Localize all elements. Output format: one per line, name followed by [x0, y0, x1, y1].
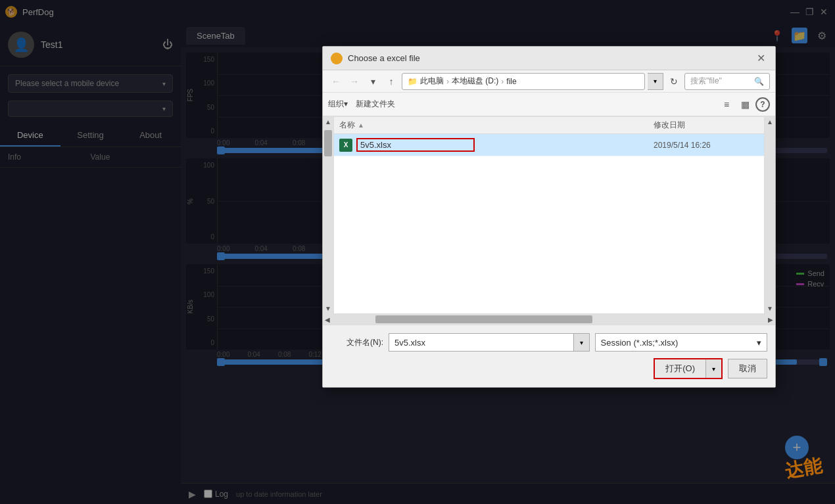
breadcrumb-folder-icon: 📁	[408, 77, 418, 86]
h-scroll-right[interactable]: ▶	[766, 316, 775, 323]
help-button[interactable]: ?	[755, 97, 770, 112]
refresh-button[interactable]: ↻	[666, 74, 682, 89]
excel-icon: X	[339, 139, 352, 152]
breadcrumb-file: file	[506, 77, 516, 86]
h-scroll-left[interactable]: ◀	[323, 316, 332, 323]
right-scroll-track[interactable]	[765, 127, 775, 303]
file-row[interactable]: X 2019/5/14 16:26	[334, 134, 764, 156]
dialog-nav: ← → ▾ ↑ 📁 此电脑 › 本地磁盘 (D:) › file ▾ ↻ 搜索"…	[323, 70, 775, 93]
file-list-header: 名称 ▲ 修改日期	[334, 117, 764, 134]
open-dropdown-button[interactable]: ▾	[705, 359, 721, 378]
filename-label: 文件名(N):	[331, 337, 383, 348]
grid-view-icon[interactable]: ▦	[737, 97, 753, 112]
col-date-header: 修改日期	[654, 120, 759, 131]
left-scrollbar[interactable]: ▲ ▼	[323, 116, 333, 314]
h-scroll-thumb[interactable]	[375, 315, 592, 323]
col-name-label: 名称	[339, 120, 355, 131]
nav-back-button[interactable]: ←	[328, 74, 344, 89]
file-name-input[interactable]	[356, 138, 475, 152]
breadcrumb-sep-2: ›	[501, 77, 504, 86]
scroll-up-arrow[interactable]: ▲	[323, 116, 333, 127]
view-buttons: ≡︎ ▦ ?	[719, 97, 770, 112]
list-view-icon[interactable]: ≡︎	[719, 97, 734, 112]
filetype-select[interactable]: Session (*.xls;*.xlsx) ▾	[595, 333, 767, 352]
new-folder-button[interactable]: 新建文件夹	[356, 99, 395, 110]
breadcrumb-dropdown-button[interactable]: ▾	[648, 73, 663, 90]
dialog-close-button[interactable]: ✕	[754, 52, 767, 65]
right-scroll-down[interactable]: ▼	[765, 303, 775, 314]
nav-up-button[interactable]: ↑	[383, 74, 399, 89]
file-name-cell	[356, 138, 654, 152]
excel-file-icon: X	[339, 139, 352, 152]
filename-dropdown-button[interactable]: ▾	[574, 333, 590, 352]
col-name-header: 名称 ▲	[339, 120, 654, 131]
breadcrumb-pc: 此电脑	[420, 76, 444, 87]
search-placeholder: 搜索"file"	[690, 76, 722, 87]
filename-row: 文件名(N): ▾ Session (*.xls;*.xlsx) ▾	[331, 333, 767, 352]
right-scrollbar[interactable]: ▲ ▼	[765, 116, 775, 314]
dialog-bottom: 文件名(N): ▾ Session (*.xls;*.xlsx) ▾ 打开(O)…	[323, 325, 775, 387]
breadcrumb: 📁 此电脑 › 本地磁盘 (D:) › file	[402, 73, 645, 90]
dialog-toolbar: 组织▾ 新建文件夹 ≡︎ ▦ ?	[323, 93, 775, 116]
breadcrumb-disk: 本地磁盘 (D:)	[452, 76, 498, 87]
search-icon: 🔍	[754, 77, 764, 86]
open-button[interactable]: 打开(O)	[655, 359, 705, 378]
dialog-logo-icon	[331, 53, 343, 64]
scroll-track[interactable]	[323, 127, 333, 303]
file-dialog: Choose a excel file ✕ ← → ▾ ↑ 📁 此电脑 › 本地…	[322, 46, 776, 388]
dialog-title-left: Choose a excel file	[331, 53, 420, 64]
filename-input-wrapper: ▾	[389, 333, 590, 352]
scroll-down-arrow[interactable]: ▼	[323, 303, 333, 314]
organize-button[interactable]: 组织▾	[328, 99, 348, 110]
dialog-title-bar: Choose a excel file ✕	[323, 47, 775, 70]
h-scroll-track[interactable]	[332, 314, 766, 325]
filename-input[interactable]	[389, 333, 574, 352]
h-scrollbar[interactable]: ◀ ▶	[323, 314, 775, 325]
sort-arrow-icon: ▲	[358, 122, 364, 129]
nav-forward-button[interactable]: →	[346, 74, 362, 89]
cancel-button[interactable]: 取消	[728, 359, 767, 378]
filetype-arrow-icon: ▾	[757, 338, 761, 348]
file-list: 名称 ▲ 修改日期 X 2019/5/14 16:26	[333, 116, 765, 314]
file-date-cell: 2019/5/14 16:26	[654, 141, 759, 150]
nav-dropdown-button[interactable]: ▾	[365, 74, 381, 89]
search-box[interactable]: 搜索"file" 🔍	[684, 73, 770, 90]
filetype-value: Session (*.xls;*.xlsx)	[601, 338, 679, 348]
right-scroll-up[interactable]: ▲	[765, 116, 775, 127]
action-row: 打开(O) ▾ 取消	[331, 358, 767, 379]
dialog-title-text: Choose a excel file	[348, 53, 420, 63]
scroll-thumb[interactable]	[324, 130, 332, 156]
file-list-area: ▲ ▼ 名称 ▲ 修改日期 X	[323, 116, 775, 314]
open-btn-group: 打开(O) ▾	[654, 358, 723, 379]
breadcrumb-sep-1: ›	[446, 77, 449, 86]
